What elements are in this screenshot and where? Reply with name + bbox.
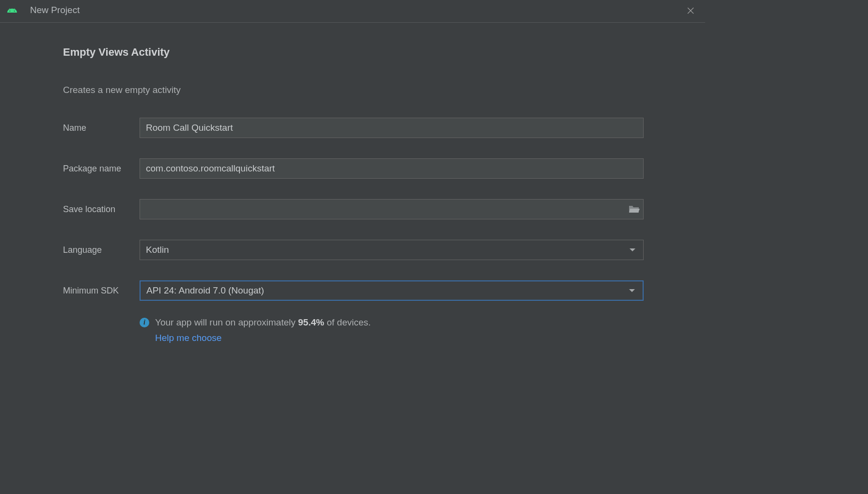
package-input[interactable] bbox=[140, 158, 644, 179]
name-label: Name bbox=[63, 123, 140, 133]
language-value: Kotlin bbox=[146, 245, 169, 255]
chevron-down-icon bbox=[630, 248, 635, 251]
page-subtitle: Creates a new empty activity bbox=[63, 85, 705, 95]
sdk-label: Minimum SDK bbox=[63, 286, 140, 296]
content-area: Empty Views Activity Creates a new empty… bbox=[0, 23, 705, 343]
close-icon bbox=[687, 7, 694, 15]
info-icon: i bbox=[140, 318, 149, 327]
minimum-sdk-select[interactable]: API 24: Android 7.0 (Nougat) bbox=[140, 280, 644, 301]
device-coverage-text: Your app will run on approximately 95.4%… bbox=[155, 317, 371, 328]
language-row: Language Kotlin bbox=[63, 240, 705, 260]
location-row: Save location bbox=[63, 199, 705, 219]
window-title: New Project bbox=[30, 5, 79, 15]
sdk-row: Minimum SDK API 24: Android 7.0 (Nougat) bbox=[63, 280, 705, 301]
browse-folder-button[interactable] bbox=[628, 204, 640, 214]
chevron-down-icon bbox=[629, 289, 635, 292]
sdk-value: API 24: Android 7.0 (Nougat) bbox=[146, 285, 264, 296]
name-input[interactable] bbox=[140, 118, 644, 138]
name-row: Name bbox=[63, 118, 705, 138]
folder-icon bbox=[628, 204, 640, 214]
language-select[interactable]: Kotlin bbox=[140, 240, 644, 260]
language-label: Language bbox=[63, 245, 140, 255]
help-me-choose-link[interactable]: Help me choose bbox=[155, 333, 221, 343]
android-icon bbox=[7, 7, 17, 14]
close-button[interactable] bbox=[687, 7, 696, 16]
svg-point-1 bbox=[14, 11, 15, 12]
titlebar: New Project bbox=[0, 0, 705, 23]
location-label: Save location bbox=[63, 204, 140, 215]
location-input[interactable] bbox=[140, 199, 644, 219]
page-title: Empty Views Activity bbox=[63, 46, 705, 59]
package-label: Package name bbox=[63, 164, 140, 174]
svg-point-0 bbox=[9, 11, 10, 12]
sdk-info: i Your app will run on approximately 95.… bbox=[140, 317, 705, 343]
package-row: Package name bbox=[63, 158, 705, 179]
